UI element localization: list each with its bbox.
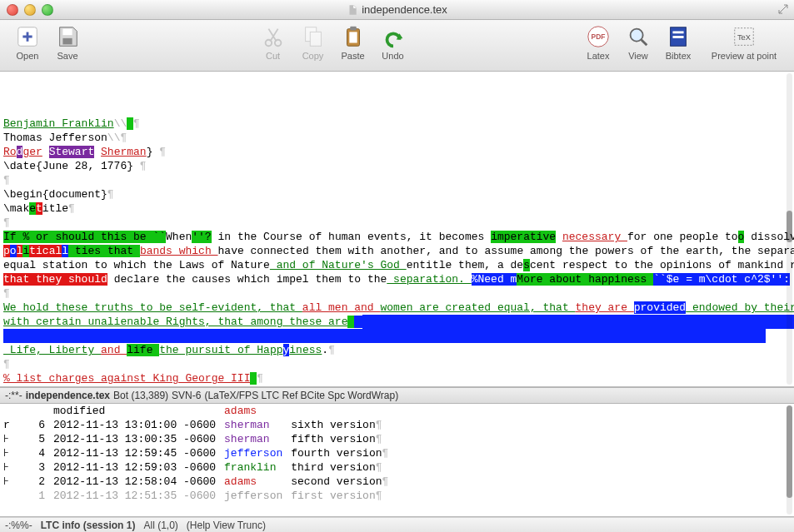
row-rev: 3 — [25, 460, 53, 475]
preview-label: Preview at point — [712, 51, 777, 61]
paste-button[interactable]: Paste — [334, 23, 372, 61]
info-position: All (1,0) — [143, 520, 177, 531]
vcs-status: SVN-6 — [172, 390, 201, 401]
row-desc: fifth version¶ — [291, 432, 397, 446]
copy-icon — [300, 23, 327, 50]
row-desc: sixth version¶ — [291, 418, 397, 432]
svg-rect-1 — [62, 29, 72, 36]
row-desc: fourth version¶ — [291, 446, 397, 460]
row-marker: ⊦ — [3, 432, 25, 446]
undo-button[interactable]: Undo — [374, 23, 412, 61]
row-timestamp: 2012-11-13 13:01:00 -0600 — [53, 418, 224, 432]
svg-text:PDF: PDF — [592, 32, 606, 41]
close-icon[interactable] — [7, 4, 18, 16]
row-timestamp: 2012-11-13 12:51:35 -0600 — [53, 489, 224, 503]
major-modes: (LaTeX/FPS LTC Ref BCite Spc WordWrap) — [204, 390, 398, 401]
window: independence.tex Open Save Cut — [0, 0, 794, 532]
editor-pane[interactable]: Benjamin Franklin\\ ¶ Thomas Jefferson\\… — [0, 72, 794, 387]
svg-rect-14 — [672, 31, 683, 33]
history-row[interactable]: ⊦42012-11-13 12:59:45 -0600jeffersonfour… — [3, 446, 397, 460]
buffer-name: independence.tex — [26, 390, 110, 401]
latex-label: Latex — [587, 51, 610, 61]
resize-icon[interactable] — [777, 3, 789, 17]
row-timestamp: 2012-11-13 12:59:03 -0600 — [53, 460, 224, 475]
row-desc: first version¶ — [291, 489, 397, 503]
history-pane[interactable]: modified adams r62012-11-13 13:01:00 -06… — [0, 404, 794, 517]
modeline-info: -:%%- LTC info (session 1) All (1,0) (He… — [0, 517, 794, 532]
row-timestamp: 2012-11-13 12:59:45 -0600 — [53, 446, 224, 460]
view-label: View — [628, 51, 648, 61]
undo-icon — [380, 23, 407, 50]
title-text: independence.tex — [362, 3, 447, 16]
history-row[interactable]: ⊦22012-11-13 12:58:04 -0600adamssecond v… — [3, 475, 397, 489]
cut-button: Cut — [254, 23, 292, 61]
titlebar: independence.tex — [0, 0, 794, 20]
svg-rect-15 — [672, 36, 683, 38]
latex-icon: PDF — [585, 23, 612, 50]
row-rev: 5 — [25, 432, 53, 446]
svg-rect-2 — [62, 38, 72, 45]
history-row[interactable]: r62012-11-13 13:01:00 -0600shermansixth … — [3, 418, 397, 432]
open-label: Open — [17, 51, 39, 61]
editor-scrollbar[interactable] — [787, 73, 792, 385]
row-marker: ⊦ — [3, 475, 25, 489]
row-desc: third version¶ — [291, 460, 397, 475]
document-icon — [347, 4, 358, 16]
row-author: jefferson — [224, 446, 291, 460]
cut-label: Cut — [266, 51, 280, 61]
row-rev: 2 — [25, 475, 53, 489]
open-button[interactable]: Open — [8, 23, 47, 61]
bibtex-label: Bibtex — [666, 51, 692, 61]
preview-icon: TeX — [731, 23, 757, 50]
row-desc: second version¶ — [291, 475, 397, 489]
row-author: jefferson — [224, 489, 291, 503]
traffic-lights — [7, 4, 53, 16]
buffer-position: Bot (13,389) — [113, 390, 168, 401]
cut-icon — [260, 23, 287, 50]
row-marker: ⊦ — [3, 460, 25, 475]
history-row[interactable]: ⊦32012-11-13 12:59:03 -0600franklinthird… — [3, 460, 397, 475]
svg-point-12 — [631, 29, 643, 42]
info-buffer: LTC info (session 1) — [41, 520, 136, 531]
latex-button[interactable]: PDF Latex — [579, 23, 617, 61]
history-scrollbar[interactable] — [787, 405, 792, 515]
bibtex-icon — [665, 23, 692, 50]
paste-icon — [340, 23, 367, 50]
history-scrollbar-thumb[interactable] — [787, 405, 792, 498]
row-author: adams — [224, 475, 291, 489]
row-marker: r — [3, 418, 25, 432]
toolbar: Open Save Cut Copy Paste Und — [0, 20, 794, 72]
buffer-flags: -:**- — [5, 390, 22, 401]
preview-button[interactable]: TeX Preview at point — [702, 23, 786, 61]
row-timestamp: 2012-11-13 12:58:04 -0600 — [53, 475, 224, 489]
row-rev: 6 — [25, 418, 53, 432]
history-row[interactable]: 12012-11-13 12:51:35 -0600jeffersonfirst… — [3, 489, 397, 503]
hdr-author: adams — [224, 404, 291, 418]
minimize-icon[interactable] — [24, 4, 36, 16]
row-rev: 1 — [25, 489, 53, 503]
row-marker — [3, 489, 25, 503]
history-row[interactable]: ⊦52012-11-13 13:00:35 -0600shermanfifth … — [3, 432, 397, 446]
hdr-modified: modified — [53, 404, 224, 418]
open-icon — [14, 23, 41, 50]
row-author: sherman — [224, 432, 291, 446]
row-author: franklin — [224, 460, 291, 475]
info-modes: (Help View Trunc) — [187, 520, 266, 531]
view-button[interactable]: View — [619, 23, 657, 61]
history-table: modified adams r62012-11-13 13:01:00 -06… — [3, 404, 397, 503]
toolbar-group-file: Open Save — [8, 23, 87, 61]
row-marker: ⊦ — [3, 446, 25, 460]
save-button[interactable]: Save — [48, 23, 87, 61]
zoom-icon[interactable] — [42, 4, 53, 16]
bibtex-button[interactable]: Bibtex — [659, 23, 697, 61]
row-author: sherman — [224, 418, 291, 432]
text-cursor — [354, 316, 362, 328]
toolbar-group-latex: PDF Latex View Bibtex — [579, 23, 697, 61]
info-flags: -:%%- — [5, 520, 32, 531]
svg-rect-9 — [349, 32, 357, 42]
scrollbar-thumb[interactable] — [787, 211, 792, 242]
copy-button: Copy — [294, 23, 332, 61]
editor-content[interactable]: Benjamin Franklin\\ ¶ Thomas Jefferson\\… — [0, 100, 794, 387]
toolbar-group-edit: Cut Copy Paste Undo — [254, 23, 412, 61]
undo-label: Undo — [382, 51, 403, 61]
